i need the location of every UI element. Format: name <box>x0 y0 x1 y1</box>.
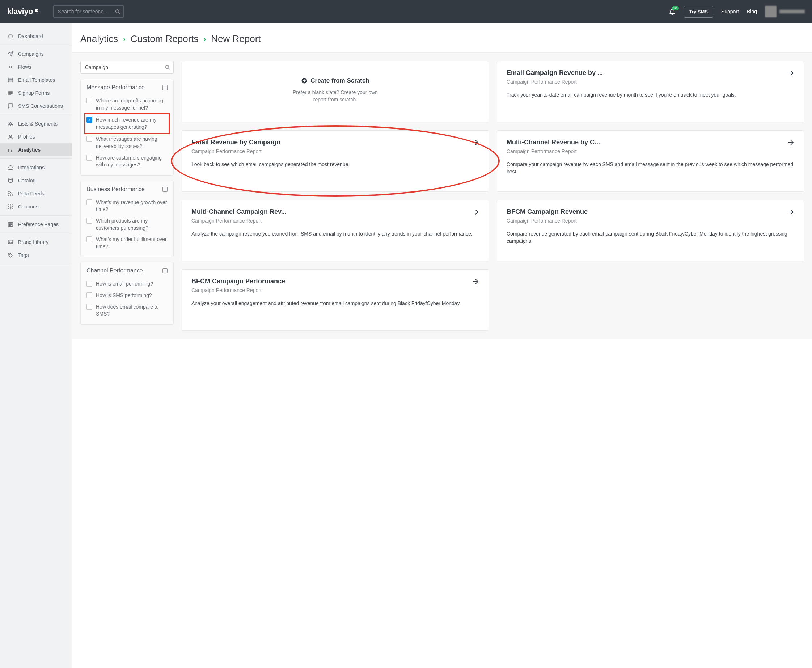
coupons-icon: $ <box>7 204 14 209</box>
try-sms-button[interactable]: Try SMS <box>684 6 713 18</box>
svg-point-10 <box>9 122 10 124</box>
filter-item[interactable]: What messages are having deliverability … <box>87 134 167 152</box>
filter-item[interactable]: What's my revenue growth over time? <box>87 197 167 215</box>
filter-item-label: How is SMS performing? <box>96 292 152 299</box>
collapse-icon[interactable]: − <box>162 268 167 273</box>
report-card[interactable]: BFCM Campaign RevenueCampaign Performanc… <box>497 200 804 261</box>
filter-item[interactable]: How is email performing? <box>87 278 167 290</box>
svg-line-28 <box>169 68 170 70</box>
card-subtitle: Campaign Performance Report <box>191 149 479 154</box>
card-title: Create from Scratch <box>311 77 369 84</box>
sidebar-item-label: Profiles <box>18 134 35 140</box>
filter-item[interactable]: How are customers engaging with my messa… <box>87 152 167 171</box>
logo-text: klaviyo <box>7 7 33 16</box>
checkbox-checked-icon[interactable]: ✓ <box>87 117 92 123</box>
arrow-right-icon <box>787 139 794 146</box>
sidebar-item-label: Preference Pages <box>18 222 58 227</box>
svg-line-1 <box>119 13 120 14</box>
arrow-right-icon <box>787 70 794 77</box>
checkbox-icon[interactable] <box>87 304 92 310</box>
card-description: Compare revenue generated by each email … <box>506 230 794 245</box>
account-menu[interactable] <box>765 6 805 17</box>
breadcrumb-item[interactable]: Custom Reports <box>130 33 199 45</box>
checkbox-icon[interactable] <box>87 218 92 224</box>
filter-item[interactable]: How is SMS performing? <box>87 290 167 301</box>
sidebar-item-coupons[interactable]: $Coupons <box>0 200 72 213</box>
checkbox-icon[interactable] <box>87 281 92 287</box>
sidebar-item-forms[interactable]: Signup Forms <box>0 87 72 100</box>
card-subtitle: Campaign Performance Report <box>191 218 479 224</box>
sidebar-item-campaigns[interactable]: Campaigns <box>0 47 72 60</box>
filter-item[interactable]: Where are drop-offs occurring in my mess… <box>87 95 167 114</box>
filter-panel: Channel Performance−How is email perform… <box>80 262 174 324</box>
sidebar-item-analytics[interactable]: Analytics <box>0 143 72 156</box>
sidebar-item-profiles[interactable]: Profiles <box>0 130 72 143</box>
filter-item[interactable]: What's my order fulfillment over time? <box>87 234 167 252</box>
report-card[interactable]: Multi-Channel Revenue by C...Campaign Pe… <box>497 130 804 192</box>
sidebar-item-integrations[interactable]: Integrations <box>0 161 72 174</box>
filter-item-label: What messages are having deliverability … <box>96 136 167 150</box>
flows-icon <box>7 64 14 70</box>
filter-item[interactable]: How does email compare to SMS? <box>87 301 167 320</box>
report-card[interactable]: Email Revenue by CampaignCampaign Perfor… <box>182 130 489 192</box>
sidebar-item-label: Analytics <box>18 147 40 153</box>
svg-point-27 <box>166 65 169 69</box>
sidebar-item-flows[interactable]: Flows <box>0 60 72 73</box>
card-description: Analyze your overall engagement and attr… <box>191 300 479 307</box>
checkbox-icon[interactable] <box>87 292 92 298</box>
sidebar-item-preference[interactable]: Preference Pages <box>0 218 72 231</box>
forms-icon <box>7 90 14 96</box>
report-card[interactable]: BFCM Campaign PerformanceCampaign Perfor… <box>182 269 489 331</box>
sidebar-item-feeds[interactable]: Data Feeds <box>0 187 72 200</box>
filter-item-label: How is email performing? <box>96 281 153 288</box>
filter-search-input[interactable] <box>80 61 174 74</box>
checkbox-icon[interactable] <box>87 155 92 161</box>
filter-item[interactable]: Which products are my customers purchasi… <box>87 215 167 234</box>
svg-point-11 <box>11 122 12 124</box>
report-card[interactable]: Multi-Channel Campaign Rev...Campaign Pe… <box>182 200 489 261</box>
breadcrumb-item[interactable]: Analytics <box>80 33 118 45</box>
checkbox-icon[interactable] <box>87 98 92 104</box>
search-input[interactable] <box>53 5 124 18</box>
support-link[interactable]: Support <box>721 9 739 15</box>
sidebar-item-lists[interactable]: Lists & Segments <box>0 117 72 130</box>
svg-point-0 <box>116 10 119 13</box>
filter-item[interactable]: ✓How much revenue are my messages genera… <box>85 114 169 134</box>
create-from-scratch-card[interactable]: Create from ScratchPrefer a blank slate?… <box>182 61 489 122</box>
checkbox-icon[interactable] <box>87 236 92 242</box>
filter-search <box>80 61 174 74</box>
header-right: 18 Try SMS Support Blog <box>669 6 805 18</box>
filter-panel: Message Performance−Where are drop-offs … <box>80 79 174 175</box>
collapse-icon[interactable]: − <box>162 85 167 90</box>
sidebar: DashboardCampaignsFlowsEmail TemplatesSi… <box>0 23 72 668</box>
notification-badge: 18 <box>672 6 679 10</box>
sidebar-item-label: Coupons <box>18 204 38 209</box>
arrow-right-icon <box>472 139 479 146</box>
filter-item-label: How are customers engaging with my messa… <box>96 155 167 169</box>
notifications-button[interactable]: 18 <box>669 8 676 15</box>
tags-icon <box>7 252 14 258</box>
collapse-icon[interactable]: − <box>162 187 167 192</box>
sidebar-item-templates[interactable]: Email Templates <box>0 73 72 87</box>
sidebar-item-dashboard[interactable]: Dashboard <box>0 30 72 43</box>
filter-item-label: Where are drop-offs occurring in my mess… <box>96 97 167 112</box>
checkbox-icon[interactable] <box>87 199 92 205</box>
dashboard-icon <box>7 33 14 39</box>
arrow-right-icon <box>472 209 479 215</box>
content: Analytics›Custom Reports›New Report Mess… <box>72 23 812 668</box>
logo[interactable]: klaviyo <box>7 7 40 16</box>
report-card[interactable]: Email Campaign Revenue by ...Campaign Pe… <box>497 61 804 122</box>
card-title: Multi-Channel Revenue by C... <box>506 139 600 146</box>
content-body: Message Performance−Where are drop-offs … <box>72 53 812 339</box>
filter-item-label: Which products are my customers purchasi… <box>96 217 167 232</box>
blog-link[interactable]: Blog <box>747 9 757 15</box>
sidebar-item-label: Dashboard <box>18 33 43 39</box>
sidebar-item-brand[interactable]: Brand Library <box>0 235 72 249</box>
checkbox-icon[interactable] <box>87 136 92 142</box>
breadcrumb-separator: › <box>123 35 125 43</box>
card-description: Analyze the campaign revenue you earned … <box>191 230 479 237</box>
card-description: Track your year-to-date email campaign r… <box>506 91 794 99</box>
sidebar-item-tags[interactable]: Tags <box>0 249 72 262</box>
sidebar-item-sms[interactable]: SMS Conversations <box>0 100 72 112</box>
sidebar-item-catalog[interactable]: Catalog <box>0 174 72 187</box>
